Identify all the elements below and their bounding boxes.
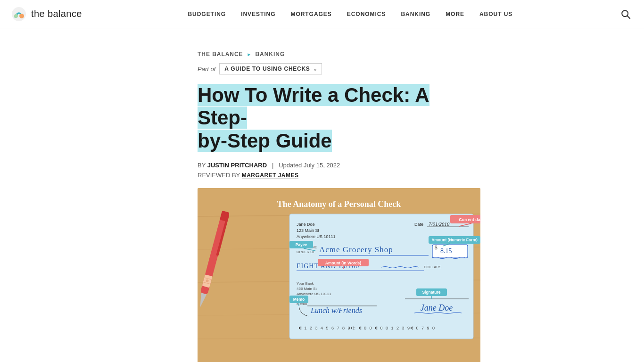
nav-budgeting[interactable]: BUDGETING — [188, 11, 226, 17]
logo-text: the balance — [31, 8, 82, 19]
search-icon — [620, 9, 631, 19]
svg-text:Jane Doe: Jane Doe — [297, 222, 315, 227]
title-text-highlighted: How To Write a Check: A Step- — [198, 84, 429, 129]
breadcrumb-banking[interactable]: BANKING — [255, 51, 285, 58]
part-of-dropdown-text: A GUIDE TO USING CHECKS — [224, 66, 310, 72]
logo-link[interactable]: the balance — [11, 7, 82, 22]
breadcrumb-home[interactable]: THE BALANCE — [198, 51, 243, 58]
svg-text:Memo: Memo — [293, 297, 305, 302]
svg-text:DOLLARS: DOLLARS — [424, 265, 441, 269]
svg-text:8.15: 8.15 — [440, 247, 452, 255]
article-title: How To Write a Check: A Step- by-Step Gu… — [198, 84, 480, 152]
svg-text:Acme Grocery Shop: Acme Grocery Shop — [319, 245, 393, 254]
svg-text:456 Main St: 456 Main St — [297, 287, 317, 291]
svg-text:Amount (In Words): Amount (In Words) — [325, 261, 361, 265]
by-label: BY — [198, 162, 206, 169]
svg-line-4 — [627, 16, 630, 18]
author-link[interactable]: JUSTIN PRITCHARD — [207, 162, 267, 169]
logo-icon — [11, 7, 26, 22]
reviewed-by: REVIEWED BY MARGARET JAMES — [198, 172, 523, 179]
svg-text:Signature: Signature — [422, 290, 440, 295]
svg-text:Current date: Current date — [459, 217, 480, 222]
title-text-line2: by-Step Guide — [198, 130, 332, 152]
svg-text:Anywhere US 10111: Anywhere US 10111 — [297, 292, 331, 296]
article-image: The Anatomy of a Personal Check Jane Doe… — [198, 188, 480, 362]
chevron-down-icon: ⌄ — [313, 66, 317, 72]
site-header: the balance BUDGETING INVESTING MORTGAGE… — [0, 0, 644, 28]
svg-text:Anywhere US 10111: Anywhere US 10111 — [297, 234, 336, 239]
main-nav: BUDGETING INVESTING MORTGAGES ECONOMICS … — [188, 11, 512, 17]
breadcrumb: THE BALANCE ► BANKING — [198, 51, 523, 58]
nav-economics[interactable]: ECONOMICS — [347, 11, 386, 17]
part-of-row: Part of A GUIDE TO USING CHECKS ⌄ — [198, 63, 523, 74]
breadcrumb-arrow: ► — [247, 52, 252, 57]
search-button[interactable] — [619, 7, 633, 21]
part-of-label: Part of — [198, 66, 215, 73]
svg-text:Lunch w/Friends: Lunch w/Friends — [310, 306, 362, 314]
svg-text:The Anatomy of a Personal Chec: The Anatomy of a Personal Check — [277, 199, 401, 209]
svg-point-1 — [19, 14, 24, 18]
content-area: THE BALANCE ► BANKING Part of A GUIDE TO… — [110, 28, 534, 362]
updated-date: Updated July 15, 2022 — [279, 162, 340, 169]
nav-mortgages[interactable]: MORTGAGES — [290, 11, 331, 17]
svg-text:Your Bank: Your Bank — [297, 281, 314, 286]
nav-about-us[interactable]: ABOUT US — [479, 11, 512, 17]
svg-text:Date: Date — [414, 222, 423, 227]
nav-investing[interactable]: INVESTING — [241, 11, 275, 17]
nav-more[interactable]: MORE — [446, 11, 464, 17]
svg-text:Payee: Payee — [296, 242, 307, 247]
svg-text:123 Main St: 123 Main St — [297, 228, 320, 233]
svg-text:⑆ 1 2 3 4 5 6 7 8 9⑆:  ⑆ 0 0 ⑆: ⑆ 1 2 3 4 5 6 7 8 9⑆: ⑆ 0 0 ⑆ 0 0 1 2 3 … — [299, 326, 436, 330]
svg-point-2 — [14, 14, 18, 18]
byline: BY JUSTIN PRITCHARD | Updated July 15, 2… — [198, 162, 523, 169]
check-illustration: The Anatomy of a Personal Check Jane Doe… — [198, 188, 480, 362]
part-of-dropdown[interactable]: A GUIDE TO USING CHECKS ⌄ — [219, 63, 322, 74]
svg-text:7/01/2018: 7/01/2018 — [429, 221, 450, 227]
svg-text:Amount (Numeric Form): Amount (Numeric Form) — [431, 238, 478, 242]
reviewer-link[interactable]: MARGARET JAMES — [242, 172, 299, 179]
svg-point-0 — [12, 7, 26, 21]
svg-text:$: $ — [435, 245, 438, 250]
reviewed-label: REVIEWED BY — [198, 172, 240, 179]
nav-banking[interactable]: BANKING — [401, 11, 430, 17]
svg-text:Jane Doe: Jane Doe — [421, 303, 453, 313]
